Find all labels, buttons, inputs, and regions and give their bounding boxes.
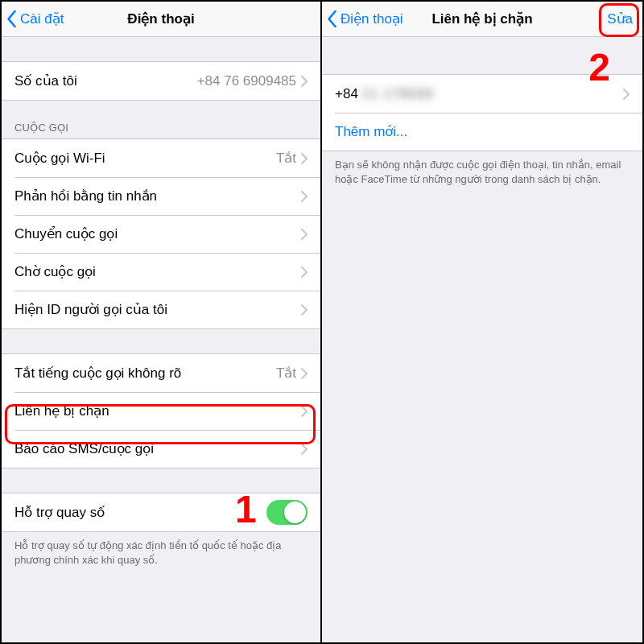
- my-number-value: +84 76 6909485: [197, 73, 296, 89]
- page-title: Điện thoại: [127, 10, 194, 27]
- page-title: Liên hệ bị chặn: [431, 10, 532, 27]
- chevron-right-icon: [301, 229, 308, 240]
- add-new-row[interactable]: Thêm mới...: [322, 113, 642, 151]
- blocked-footnote: Bạn sẽ không nhận được cuộc gọi điện tho…: [322, 151, 642, 199]
- dial-assist-footnote: Hỗ trợ quay số tự động xác định tiền tố …: [2, 532, 320, 580]
- silence-unknown-row[interactable]: Tắt tiếng cuộc gọi không rõ Tắt: [2, 354, 320, 392]
- chevron-right-icon: [301, 76, 308, 87]
- step-number-1: 1: [235, 487, 257, 531]
- back-button[interactable]: Cài đặt: [2, 10, 64, 27]
- chevron-right-icon: [301, 266, 308, 278]
- edit-button[interactable]: Sửa: [607, 10, 642, 27]
- chevron-right-icon: [301, 191, 308, 202]
- chevron-right-icon: [301, 368, 308, 379]
- dial-assist-toggle[interactable]: [266, 500, 308, 525]
- wifi-call-row[interactable]: Cuộc gọi Wi-Fi Tắt: [2, 139, 320, 177]
- my-number-label: Số của tôi: [14, 72, 197, 89]
- sms-call-report-row[interactable]: Báo cáo SMS/cuộc gọi: [2, 430, 320, 468]
- back-label: Cài đặt: [20, 10, 64, 27]
- chevron-left-icon: [327, 10, 337, 27]
- blocked-contacts-row[interactable]: Liên hệ bị chặn: [2, 392, 320, 430]
- respond-with-text-row[interactable]: Phản hồi bằng tin nhắn: [2, 177, 320, 215]
- chevron-right-icon: [301, 406, 308, 417]
- back-label: Điện thoại: [341, 10, 403, 27]
- blocked-contacts-screen: Điện thoại Liên hệ bị chặn Sửa +84 11 17…: [322, 2, 642, 642]
- navbar-left: Cài đặt Điện thoại: [2, 2, 320, 37]
- chevron-right-icon: [623, 89, 630, 100]
- phone-settings-screen: Cài đặt Điện thoại Số của tôi +84 76 690…: [2, 2, 322, 642]
- show-caller-id-row[interactable]: Hiện ID người gọi của tôi: [2, 291, 320, 328]
- my-number-row[interactable]: Số của tôi +84 76 6909485: [2, 62, 320, 100]
- chevron-left-icon: [6, 10, 17, 27]
- blocked-contact-number: +84 11 178568: [335, 86, 623, 102]
- chevron-right-icon: [301, 153, 308, 164]
- chevron-right-icon: [301, 444, 308, 455]
- chevron-right-icon: [301, 304, 308, 316]
- section-header-calls: CUỘC GỌI: [2, 101, 320, 138]
- step-number-2: 2: [588, 45, 610, 89]
- call-forwarding-row[interactable]: Chuyển cuộc gọi: [2, 215, 320, 253]
- back-button[interactable]: Điện thoại: [322, 10, 403, 27]
- call-waiting-row[interactable]: Chờ cuộc gọi: [2, 253, 320, 291]
- navbar-right: Điện thoại Liên hệ bị chặn Sửa: [322, 2, 642, 37]
- dial-assist-row: Hỗ trợ quay số: [2, 493, 320, 531]
